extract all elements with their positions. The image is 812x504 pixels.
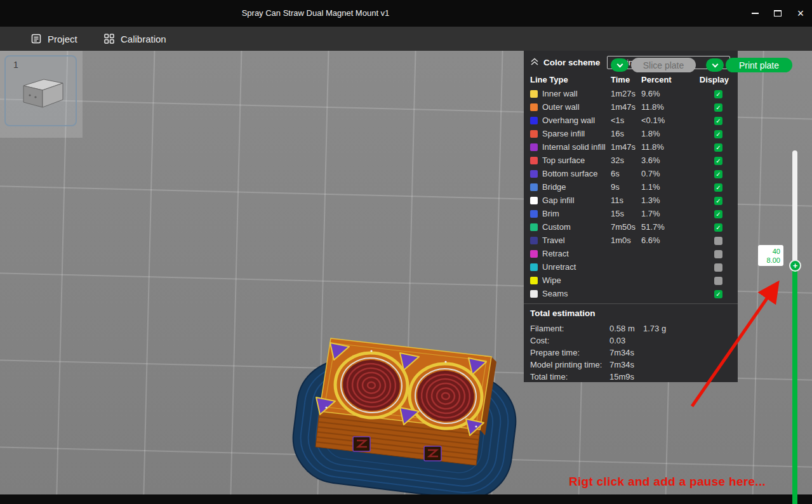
plate-model-preview (18, 74, 67, 115)
display-checkbox[interactable]: ✓ (714, 223, 722, 232)
display-checkbox[interactable] (714, 250, 722, 258)
line-type-percent: 1.1% (641, 182, 686, 192)
estimation-row: Prepare time: 7m34s (530, 347, 730, 359)
line-type-time: 6s (611, 169, 641, 178)
maximize-button[interactable] (766, 0, 789, 27)
layer-slider-badge: 40 8.00 (758, 245, 783, 266)
line-type-row: Top surface 32s 3.6% ✓ (524, 154, 738, 167)
line-type-row: Wipe (524, 274, 738, 287)
estimation-label: Prepare time: (530, 348, 609, 357)
line-type-label: Wipe (542, 275, 561, 285)
line-type-label: Sparse infill (542, 129, 585, 138)
line-type-row: Gap infill 11s 1.3% ✓ (524, 194, 738, 207)
tab-calibration[interactable]: Calibration (103, 27, 166, 51)
display-checkbox[interactable] (714, 237, 722, 245)
line-type-swatch (530, 130, 538, 138)
display-checkbox[interactable]: ✓ (714, 130, 722, 138)
display-checkbox[interactable] (714, 277, 722, 285)
line-type-percent: 1.7% (641, 209, 686, 218)
slice-plate-dropdown-button[interactable] (611, 58, 629, 72)
plate-list: 1 (0, 51, 83, 138)
maximize-icon (774, 10, 782, 17)
slicer-app-window: Spray Can Straw Dual Magnet Mount v1 × P… (0, 0, 812, 504)
display-checkbox[interactable]: ✓ (714, 143, 722, 152)
chevron-down-icon (712, 61, 718, 67)
print-plate-button[interactable]: Print plate (726, 58, 792, 72)
display-checkbox[interactable]: ✓ (714, 157, 722, 165)
line-type-percent: 0.7% (641, 169, 686, 178)
display-checkbox[interactable]: ✓ (714, 103, 722, 112)
line-type-time: 15s (611, 209, 641, 218)
tab-project-label: Project (48, 34, 77, 44)
estimation-row: Total time: 15m9s (530, 371, 730, 383)
line-type-percent: 11.8% (641, 102, 686, 112)
line-type-label: Brim (542, 209, 559, 218)
line-type-row: Travel 1m0s 6.6% (524, 234, 738, 247)
line-type-swatch (530, 290, 538, 298)
layer-number: 40 (773, 247, 780, 256)
display-checkbox[interactable]: ✓ (714, 90, 722, 98)
total-estimation-section: Total estimation Filament: 0.58 m 1.73 g… (524, 303, 738, 383)
display-checkbox[interactable]: ✓ (714, 210, 722, 218)
line-type-swatch (530, 250, 538, 258)
minimize-button[interactable] (743, 0, 766, 27)
collapse-icon[interactable] (530, 58, 539, 68)
column-line-type: Line Type (530, 75, 611, 84)
plate-number: 1 (13, 60, 18, 70)
line-type-table-header: Line Type Time Percent Display (524, 72, 738, 87)
line-type-time: 1m27s (611, 89, 641, 98)
layer-slider-handle[interactable]: + (789, 260, 801, 272)
line-type-swatch (530, 183, 538, 191)
line-type-swatch (530, 223, 538, 231)
line-type-time: <1s (611, 116, 641, 125)
sliced-model (286, 330, 527, 494)
display-checkbox[interactable]: ✓ (714, 183, 722, 192)
line-type-label: Retract (542, 249, 569, 258)
line-type-label: Custom (542, 222, 571, 232)
menubar: Project Calibration Slice plate Print pl… (0, 27, 812, 51)
layer-height-value: 8.00 (767, 256, 780, 265)
display-checkbox[interactable]: ✓ (714, 197, 722, 205)
line-type-label: Seams (542, 289, 568, 298)
window-title: Spray Can Straw Dual Magnet Mount v1 (242, 0, 390, 27)
display-checkbox[interactable] (714, 263, 722, 272)
close-button[interactable]: × (789, 0, 812, 27)
line-type-percent: <0.1% (641, 116, 686, 125)
tab-project[interactable]: Project (30, 27, 77, 51)
layer-slider-track-lower[interactable] (792, 266, 797, 504)
calibration-icon (103, 33, 115, 44)
display-checkbox[interactable]: ✓ (714, 290, 722, 298)
line-type-swatch (530, 157, 538, 164)
line-type-label: Inner wall (542, 89, 578, 98)
minimize-icon (752, 13, 759, 14)
estimation-value: 0.58 m (609, 324, 643, 333)
line-type-row: Outer wall 1m47s 11.8% ✓ (524, 100, 738, 114)
line-type-swatch (530, 103, 538, 111)
panel-header: Color scheme Line Type (524, 51, 738, 72)
line-type-swatch (530, 170, 538, 178)
window-controls: × (743, 0, 812, 27)
slice-plate-button[interactable]: Slice plate (631, 58, 696, 72)
plate-thumbnail[interactable]: 1 (4, 55, 77, 126)
display-checkbox[interactable]: ✓ (714, 170, 722, 178)
line-type-label: Bridge (542, 182, 566, 192)
line-type-row: Bottom surface 6s 0.7% ✓ (524, 167, 738, 180)
print-plate-dropdown-button[interactable] (706, 58, 724, 72)
line-type-row: Custom 7m50s 51.7% ✓ (524, 220, 738, 234)
line-type-row: Bridge 9s 1.1% ✓ (524, 180, 738, 194)
line-type-swatch (530, 277, 538, 284)
display-checkbox[interactable]: ✓ (714, 117, 722, 125)
line-type-rows: Inner wall 1m27s 9.6% ✓ Outer wall 1m47s… (524, 87, 738, 300)
titlebar: Spray Can Straw Dual Magnet Mount v1 × (0, 0, 812, 27)
estimation-label: Total time: (530, 372, 609, 381)
line-type-swatch (530, 90, 538, 98)
3d-viewport[interactable]: 1 Color scheme (0, 51, 812, 494)
estimation-label: Model printing time: (530, 360, 609, 369)
line-type-label: Internal solid infill (542, 142, 606, 152)
layer-slider-track-upper[interactable] (792, 150, 797, 269)
line-type-time: 9s (611, 182, 641, 192)
annotation-text: Rigt click and add a pause here... (569, 475, 766, 489)
line-type-time: 7m50s (611, 222, 641, 232)
line-type-label: Unretract (542, 262, 576, 272)
color-scheme-panel: Color scheme Line Type Line Type Time Pe… (524, 51, 738, 382)
